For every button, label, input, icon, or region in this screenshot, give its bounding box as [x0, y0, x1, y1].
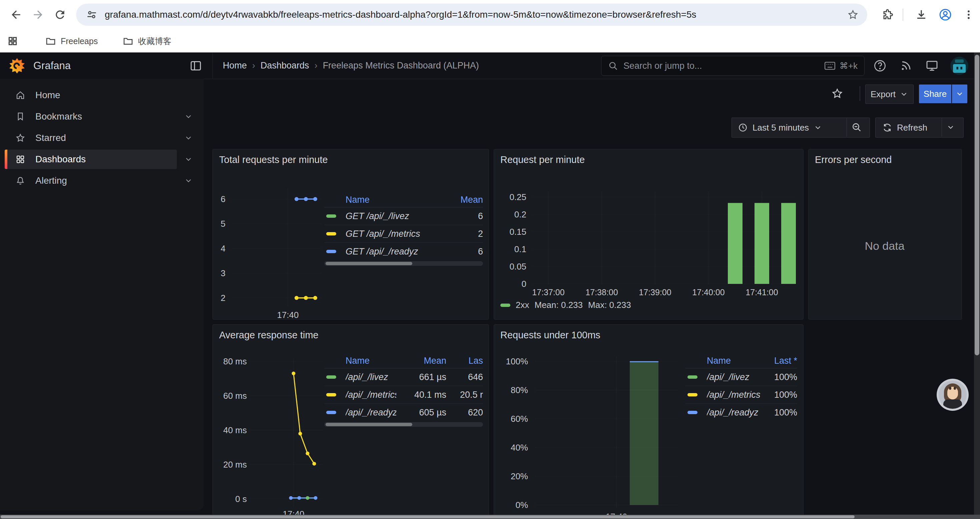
sidebar-item-label: Alerting [35, 175, 67, 186]
horizontal-scrollbar-thumb[interactable] [1, 515, 854, 518]
col-name[interactable]: Name [345, 356, 396, 366]
series-chip-blue [326, 411, 336, 414]
collapse-sidebar-button[interactable] [189, 60, 202, 72]
url-text[interactable]: grafana.mathmast.com/d/deytv4rwavabkb/fr… [105, 10, 838, 20]
y-axis-labels: 65432 [197, 194, 226, 303]
legend-scrollbar[interactable] [324, 422, 483, 427]
share-button[interactable]: Share [919, 85, 951, 103]
legend-row[interactable]: /api/_/livez 100% [686, 368, 797, 386]
col-mean[interactable]: Mean [443, 195, 483, 205]
panel-title[interactable]: Total requests per minute [219, 154, 328, 165]
data-point [298, 496, 301, 500]
site-settings-icon[interactable] [86, 9, 97, 21]
sidebar-item-bookmarks[interactable]: Bookmarks [5, 107, 177, 126]
back-button[interactable] [6, 5, 26, 25]
legend-row[interactable]: /api/_/readyz 100% [686, 404, 797, 421]
legend-header: Name Last * [686, 353, 797, 368]
legend-row[interactable]: GET /api/_/readyz 6 [324, 243, 483, 260]
downloads-button[interactable] [913, 6, 930, 23]
panel-title[interactable]: Requests under 100ms [500, 330, 600, 341]
sidebar-item-starred[interactable]: Starred [5, 128, 177, 148]
scrollbar-thumb[interactable] [326, 262, 412, 265]
series-chip-green [687, 375, 697, 379]
chevron-down-icon[interactable] [184, 134, 193, 142]
sidebar-item-label: Starred [35, 133, 66, 143]
sidebar-item-home[interactable]: Home [5, 86, 177, 105]
search-input[interactable]: Search or jump to... ⌘+k [601, 56, 865, 76]
refresh-button[interactable]: Refresh [876, 123, 927, 133]
url-bar[interactable]: grafana.mathmast.com/d/deytv4rwavabkb/fr… [76, 4, 867, 26]
favorite-dashboard-button[interactable] [831, 88, 843, 99]
share-menu-button[interactable] [952, 85, 967, 103]
x-tick-label: 17:39:00 [639, 287, 671, 297]
panel-errors-per-second[interactable] [808, 149, 962, 319]
breadcrumb-home[interactable]: Home [223, 61, 247, 71]
sidebar-item-label: Bookmarks [35, 111, 82, 122]
col-last[interactable]: Las [446, 356, 483, 366]
no-data-message: No data [865, 240, 904, 252]
legend-row[interactable]: /api/_/livez 661 µs 646 [324, 368, 483, 386]
series-chip-yellow [687, 393, 697, 396]
legend-table: Name Mean Las /api/_/livez 661 µs 646 /a… [324, 353, 483, 421]
series-name: 2xx [516, 300, 529, 310]
bookmark-folder-blogs[interactable]: 收藏博客 [123, 34, 172, 49]
breadcrumb-dashboards[interactable]: Dashboards [261, 61, 309, 71]
scrollbar-thumb[interactable] [326, 423, 412, 426]
request-per-minute-chart: 17:37:0017:38:0017:39:0017:40:0017:41:00 [530, 187, 797, 297]
refresh-label: Refresh [897, 123, 927, 133]
legend-row[interactable]: GET /api/_/metrics 2 [324, 225, 483, 243]
bookmark-folder-freeleaps[interactable]: Freeleaps [45, 34, 98, 49]
chevron-down-icon[interactable] [184, 155, 193, 164]
export-button[interactable]: Export [865, 85, 914, 104]
legend-row[interactable]: GET /api/_/livez 6 [324, 208, 483, 225]
col-name[interactable]: Name [707, 356, 760, 366]
news-button[interactable] [899, 58, 913, 73]
legend-scrollbar[interactable] [324, 261, 483, 266]
col-name[interactable]: Name [345, 195, 443, 205]
reload-button[interactable] [50, 5, 70, 25]
x-tick-label: 17:37:00 [532, 287, 565, 297]
profile-button[interactable] [937, 6, 954, 23]
search-shortcut: ⌘+k [840, 61, 858, 71]
brand-name: Grafana [33, 60, 71, 72]
panel-title[interactable]: Request per minute [500, 154, 585, 165]
legend-row[interactable]: /api/_/metrics 100% [686, 386, 797, 404]
chevron-down-icon [900, 90, 908, 99]
zoom-out-button[interactable] [851, 122, 862, 133]
help-button[interactable] [873, 58, 887, 73]
x-axis-label: 17:40 [277, 310, 299, 320]
x-tick-label: 17:41:00 [746, 287, 778, 297]
legend-row[interactable]: /api/_/readyz 605 µs 620 [324, 404, 483, 421]
apps-grid-button[interactable] [7, 34, 18, 49]
series-chip-green [500, 303, 510, 307]
chevron-down-icon[interactable] [184, 176, 193, 185]
breadcrumb: Home › Dashboards › Freeleaps Metrics Da… [223, 53, 479, 79]
data-point [299, 432, 302, 436]
time-range-picker[interactable]: Last 5 minutes [732, 123, 822, 133]
assistant-avatar[interactable] [937, 379, 969, 411]
extensions-button[interactable] [879, 6, 897, 23]
col-last[interactable]: Last * [760, 356, 797, 366]
kebab-menu-icon [963, 9, 974, 21]
series-max: Max: 0.233 [588, 300, 631, 310]
col-mean[interactable]: Mean [396, 356, 446, 366]
sidebar-item-dashboards[interactable]: Dashboards [5, 150, 177, 169]
vertical-scrollbar-thumb[interactable] [975, 55, 979, 355]
sidebar-item-label: Home [35, 90, 60, 101]
forward-button[interactable] [28, 5, 48, 25]
bar [754, 203, 769, 284]
browser-menu-button[interactable] [960, 6, 977, 23]
chart-legend[interactable]: 2xx Mean: 0.233 Max: 0.233 [500, 300, 631, 310]
panel-title[interactable]: Average response time [219, 330, 318, 341]
panel-title[interactable]: Errors per second [815, 154, 892, 165]
display-button[interactable] [924, 58, 939, 73]
sidebar-item-label: Dashboards [35, 154, 86, 164]
legend-row[interactable]: /api/_/metrics 40.1 ms 20.5 r [324, 386, 483, 404]
sidebar-item-alerting[interactable]: Alerting [5, 171, 177, 190]
chevron-down-icon[interactable] [184, 112, 193, 121]
refresh-interval-button[interactable] [946, 123, 955, 132]
bookmark-star-icon[interactable] [847, 9, 859, 21]
grafana-logo[interactable] [9, 57, 25, 74]
user-avatar[interactable] [950, 57, 968, 75]
data-point [313, 296, 317, 300]
